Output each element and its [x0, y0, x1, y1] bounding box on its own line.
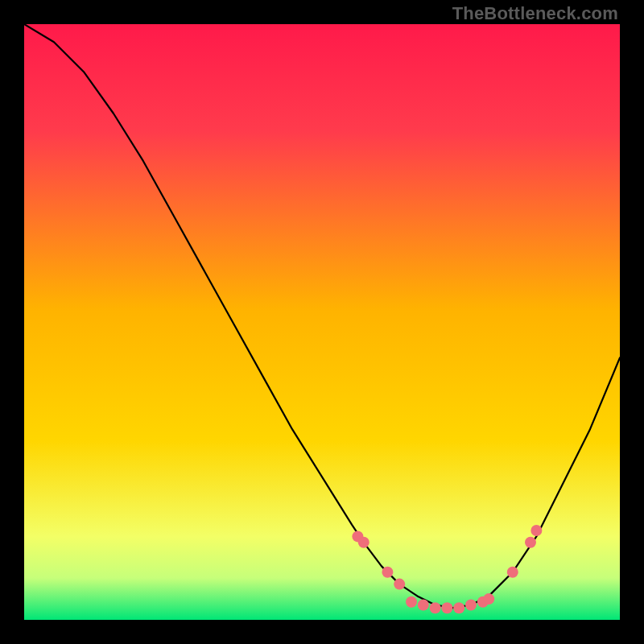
curve-marker: [483, 593, 494, 605]
chart-svg: [24, 24, 620, 620]
curve-marker: [430, 602, 441, 613]
curve-marker: [358, 537, 369, 548]
curve-marker: [394, 579, 405, 590]
curve-marker: [507, 567, 518, 578]
curve-marker: [382, 567, 393, 578]
chart-frame: TheBottleneck.com: [0, 0, 644, 644]
curve-marker: [406, 597, 417, 608]
curve-marker: [441, 602, 452, 613]
curve-marker: [465, 600, 477, 611]
plot-area: [24, 24, 620, 620]
curve-marker: [530, 525, 542, 536]
curve-marker: [525, 537, 536, 548]
watermark-text: TheBottleneck.com: [452, 3, 618, 24]
curve-marker: [418, 600, 429, 611]
curve-marker: [453, 602, 464, 613]
